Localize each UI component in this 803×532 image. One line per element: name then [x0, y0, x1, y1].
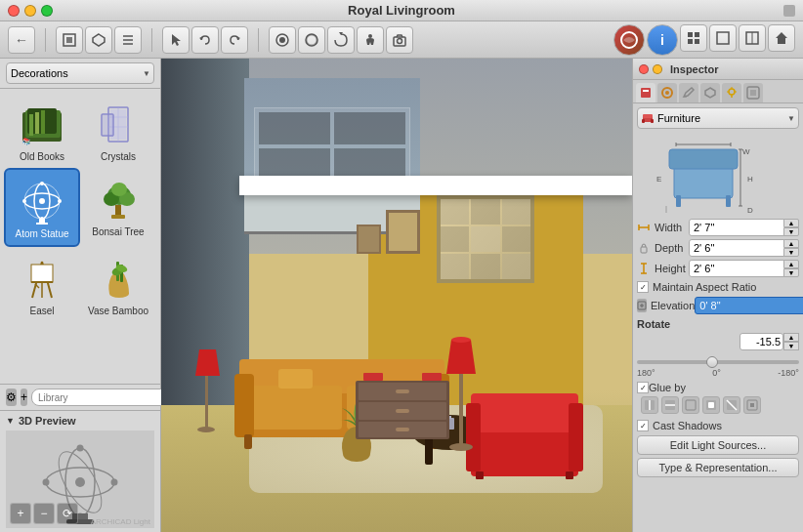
settings-button[interactable]: ⚙: [6, 389, 17, 406]
category-select-wrap[interactable]: Decorations Furniture Plants Lighting ▼: [6, 62, 154, 84]
depth-row: Depth ▲ ▼: [637, 239, 799, 257]
depth-step-up[interactable]: ▲: [783, 239, 799, 248]
window-controls[interactable]: [8, 5, 53, 17]
sidebar-item-crystals[interactable]: Crystals: [80, 93, 156, 168]
insp-tab-settings[interactable]: [743, 83, 763, 102]
svg-rect-47: [39, 219, 45, 223]
svg-rect-165: [686, 400, 696, 410]
select-tool[interactable]: [162, 26, 190, 54]
svg-point-13: [368, 34, 372, 38]
svg-rect-1: [66, 37, 72, 43]
atom-statue-icon: [13, 176, 71, 226]
split-view-button[interactable]: [739, 24, 766, 52]
glue-icon-2[interactable]: [661, 396, 679, 414]
inspector-close-button[interactable]: [639, 64, 649, 74]
glue-icon-1[interactable]: [641, 396, 658, 414]
list-button[interactable]: [114, 26, 142, 54]
redo-button[interactable]: [221, 26, 248, 54]
edit-light-sources-button[interactable]: Edit Light Sources...: [637, 435, 799, 455]
furniture-select-wrap[interactable]: Furniture ▼: [637, 107, 799, 129]
back-button[interactable]: ←: [8, 26, 35, 54]
room-background: [161, 59, 632, 532]
width-step-up[interactable]: ▲: [783, 219, 799, 227]
height-step-up[interactable]: ▲: [783, 260, 799, 268]
svg-point-46: [58, 199, 62, 203]
person-button[interactable]: [357, 26, 384, 54]
sidebar-item-vase-bamboo[interactable]: Vase Bamboo: [80, 247, 156, 322]
svg-point-54: [111, 183, 127, 196]
maximize-button[interactable]: [41, 5, 53, 17]
record-button[interactable]: [269, 26, 296, 54]
furniture-select[interactable]: Furniture: [637, 107, 799, 129]
add-button[interactable]: +: [21, 389, 27, 406]
rotate-input[interactable]: [740, 333, 783, 350]
glue-icon-5[interactable]: [723, 396, 740, 414]
old-books-label: Old Books: [20, 151, 64, 162]
info-button[interactable]: i: [647, 24, 678, 56]
category-select[interactable]: Decorations Furniture Plants Lighting: [6, 62, 154, 84]
search-input[interactable]: [31, 389, 169, 406]
action-tools-group: [162, 26, 248, 54]
zoom-fit-button[interactable]: ⟳: [57, 503, 78, 524]
floor-plan-button[interactable]: [56, 26, 83, 54]
rotate-button[interactable]: [327, 26, 355, 54]
rotate-label-right: -180°: [778, 368, 799, 378]
type-representation-button[interactable]: Type & Representation...: [637, 458, 799, 477]
single-view-button[interactable]: [709, 24, 737, 52]
main-view[interactable]: [161, 59, 632, 532]
minimize-button[interactable]: [24, 5, 36, 17]
elevation-icon: [637, 299, 647, 312]
view3d-button[interactable]: [85, 26, 112, 54]
grid-view-button[interactable]: [680, 24, 707, 52]
svg-point-15: [398, 38, 402, 43]
right-tools-group: i: [613, 24, 795, 56]
resize-handle[interactable]: [783, 5, 795, 17]
preview-collapse-icon[interactable]: ▼: [6, 416, 15, 426]
sidebar-item-bonsai-tree[interactable]: Bonsai Tree: [80, 168, 156, 247]
svg-rect-94: [476, 471, 484, 479]
insp-tab-edit[interactable]: [679, 83, 698, 102]
svg-rect-134: [651, 119, 654, 123]
rotate-slider[interactable]: [637, 360, 799, 364]
depth-step-down[interactable]: ▼: [783, 248, 799, 257]
depth-input-wrap: ▲ ▼: [689, 239, 799, 257]
glue-icon-3[interactable]: [682, 396, 699, 414]
sidebar-item-atom-statue[interactable]: Atom Statue: [4, 168, 80, 247]
height-step-down[interactable]: ▼: [783, 268, 799, 277]
window-title: Royal Livingroom: [348, 3, 455, 18]
material-button[interactable]: [613, 24, 645, 56]
home-button[interactable]: [768, 24, 795, 52]
inspector-min-button[interactable]: [653, 64, 662, 74]
camera-button[interactable]: [386, 26, 413, 54]
close-button[interactable]: [8, 5, 20, 17]
glue-label: Glue by: [649, 382, 686, 393]
insp-tab-materials[interactable]: [657, 83, 677, 102]
preview-section: ▼ 3D Preview ARCHICA: [0, 410, 160, 532]
old-books-icon: 📚: [13, 99, 71, 149]
glue-icon-4[interactable]: [702, 396, 720, 414]
height-icon: [637, 262, 651, 275]
svg-rect-95: [566, 471, 573, 479]
rotate-step-up[interactable]: ▲: [783, 333, 799, 342]
type-representation-label: Type & Representation...: [658, 462, 777, 473]
glue-icon-6[interactable]: [743, 396, 761, 414]
sidebar-item-easel[interactable]: Easel: [4, 247, 80, 322]
svg-rect-101: [205, 376, 208, 430]
sidebar-item-old-books[interactable]: 📚 Old Books: [4, 93, 80, 168]
aspect-ratio-checkbox[interactable]: [637, 281, 649, 293]
insp-tab-general[interactable]: [636, 83, 655, 102]
zoom-out-button[interactable]: −: [33, 503, 55, 524]
insp-tab-lighting[interactable]: [722, 83, 741, 102]
insp-tab-structure[interactable]: [700, 83, 720, 102]
width-step-down[interactable]: ▼: [783, 227, 799, 236]
undo-button[interactable]: [191, 26, 219, 54]
glue-checkbox[interactable]: [637, 382, 649, 393]
elevation-input[interactable]: [695, 297, 803, 314]
cast-shadows-checkbox[interactable]: [637, 420, 649, 431]
svg-rect-133: [642, 119, 645, 123]
rotate-step-down[interactable]: ▼: [783, 342, 799, 350]
svg-point-10: [306, 34, 317, 46]
zoom-in-button[interactable]: +: [10, 503, 31, 524]
play-button[interactable]: [298, 26, 325, 54]
view-tools-group: [56, 26, 142, 54]
